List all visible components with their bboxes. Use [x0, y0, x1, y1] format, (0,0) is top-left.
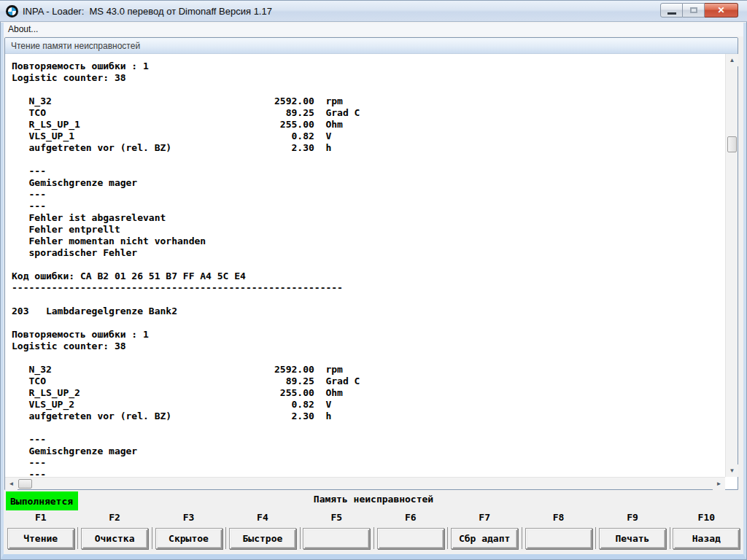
menu-bar: About...	[1, 23, 746, 36]
fkey-label-f3: F3	[152, 512, 225, 525]
fault-memory-output: Повторяемость ошибки : 1 Logistic counte…	[5, 54, 725, 477]
minimize-icon	[667, 12, 676, 15]
fkey-cell-f4: Быстрое	[225, 526, 299, 550]
inpa-window: INPA - Loader: MS 43.0 перевод от Dimona…	[0, 0, 747, 560]
fkey-cell-f1: Чтение	[4, 526, 77, 550]
status-panel: Выполняется Память неисправностей F1F2F3…	[4, 490, 743, 555]
fkey-label-f8: F8	[522, 512, 595, 525]
fkey-cell-f10: Назад	[670, 526, 743, 550]
menu-item-about[interactable]: About...	[4, 23, 42, 36]
scroll-right-icon[interactable]: ►	[713, 478, 725, 490]
fkey-label-f7: F7	[447, 512, 521, 525]
fkey-button-f8[interactable]	[525, 528, 592, 549]
fkey-cell-f2: Очистка	[77, 526, 151, 550]
bmw-logo-icon	[6, 5, 18, 18]
fkey-button-f5[interactable]	[303, 528, 370, 549]
fault-memory-text: Повторяемость ошибки : 1 Logistic counte…	[5, 54, 725, 477]
horizontal-scrollbar[interactable]: ◄ ►	[5, 477, 725, 489]
window-titlebar[interactable]: INPA - Loader: MS 43.0 перевод от Dimona…	[0, 0, 747, 22]
close-icon: ✕	[717, 5, 724, 15]
panel-caption: Чтение памяти неисправностей	[5, 38, 738, 54]
panel-title: Память неисправностей	[4, 494, 743, 505]
scroll-up-icon[interactable]: ▲	[726, 54, 738, 66]
fkey-cell-f6	[374, 526, 447, 550]
vertical-scrollbar[interactable]: ▲ ▼	[725, 54, 738, 477]
fkey-label-f4: F4	[225, 512, 299, 525]
fkey-button-f9[interactable]: Печать	[599, 528, 666, 549]
fkey-label-f10: F10	[670, 512, 743, 525]
fkey-button-f7[interactable]: Сбр адапт	[451, 528, 518, 549]
fkey-label-f1: F1	[4, 512, 77, 525]
close-button[interactable]: ✕	[705, 3, 738, 18]
fkey-cell-f8	[522, 526, 595, 550]
fkey-label-row: F1F2F3F4F5F6F7F8F9F10	[4, 512, 743, 525]
window-title: INPA - Loader: MS 43.0 перевод от Dimona…	[23, 6, 272, 17]
maximize-icon	[690, 7, 697, 13]
fkey-label-f9: F9	[595, 512, 669, 525]
fkey-cell-f3: Скрытое	[152, 526, 225, 550]
fkey-button-f4[interactable]: Быстрое	[229, 528, 296, 549]
fault-memory-panel: Чтение памяти неисправностей Повторяемос…	[4, 37, 738, 490]
fkey-button-f2[interactable]: Очистка	[81, 528, 148, 549]
scroll-down-icon[interactable]: ▼	[726, 464, 738, 477]
window-controls: ✕	[660, 3, 738, 18]
scroll-left-icon[interactable]: ◄	[5, 478, 18, 490]
fkey-button-f6[interactable]	[377, 528, 444, 549]
fkey-cell-f7: Сбр адапт	[447, 526, 521, 550]
fkey-label-f5: F5	[300, 512, 374, 525]
fkey-button-row: ЧтениеОчисткаСкрытоеБыстроеСбр адаптПеча…	[4, 526, 743, 550]
minimize-button[interactable]	[660, 3, 683, 18]
fkey-button-f1[interactable]: Чтение	[7, 528, 74, 549]
fkey-button-f10[interactable]: Назад	[673, 528, 740, 549]
fkey-cell-f9: Печать	[595, 526, 669, 550]
fkey-button-f3[interactable]: Скрытое	[155, 528, 222, 549]
horizontal-scrollbar-thumb[interactable]	[18, 479, 32, 489]
fkey-cell-f5	[300, 526, 374, 550]
fkey-label-f6: F6	[374, 512, 447, 525]
vertical-scrollbar-thumb[interactable]	[727, 136, 737, 152]
fkey-label-f2: F2	[77, 512, 151, 525]
maximize-button[interactable]	[683, 3, 705, 18]
